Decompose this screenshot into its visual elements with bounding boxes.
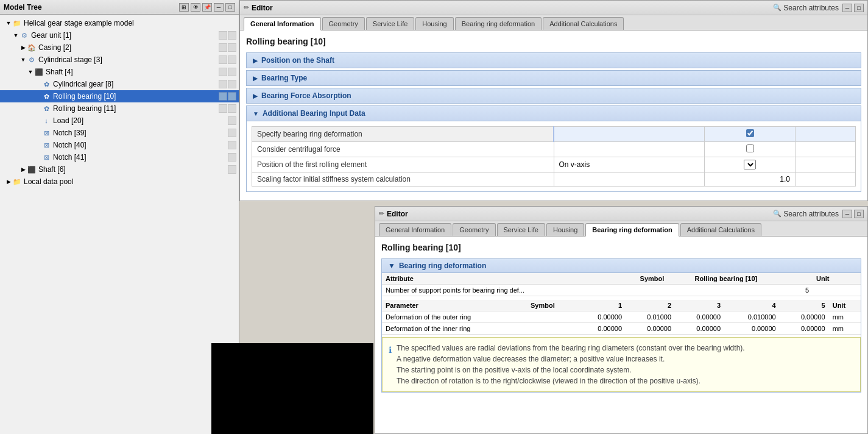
toggle-shaft4[interactable]: ▼ xyxy=(27,68,34,76)
tree-item-rolling11[interactable]: ▶ ✿ Rolling bearing [11] xyxy=(0,102,239,115)
checkbox-centrifugal[interactable] xyxy=(746,144,754,152)
tree-action-shaft4-1[interactable] xyxy=(219,68,227,76)
model-tree-eye-btn[interactable]: 👁 xyxy=(191,3,200,12)
select-first-rolling[interactable]: v xyxy=(744,160,756,169)
cell-outer-v4: 0.010000 xyxy=(724,311,780,323)
tree-item-cyl-gear8[interactable]: ▶ ✿ Cylindrical gear [8] xyxy=(0,78,239,90)
model-tree-panel: Model Tree ⊞ 👁 📌 ─ □ ▼ 📁 Helical gear st… xyxy=(0,0,239,434)
toggle-shaft6[interactable]: ▶ xyxy=(19,166,27,173)
toggle-local-data[interactable]: ▶ xyxy=(5,178,12,185)
checkbox-specify-bearing[interactable] xyxy=(746,129,754,137)
tree-item-load20[interactable]: ▶ ↓ Load [20] xyxy=(0,115,239,127)
tab-service-life-top[interactable]: Service Life xyxy=(366,17,414,30)
notch-icon-41: ⊠ xyxy=(41,152,51,162)
tab-general-info-top[interactable]: General Information xyxy=(244,17,321,30)
tab-housing-bottom[interactable]: Housing xyxy=(546,223,584,236)
tree-item-shaft4[interactable]: ▼ ⬛ Shaft [4] xyxy=(0,66,239,78)
tree-item-notch39[interactable]: ▶ ⊠ Notch [39] xyxy=(0,127,239,139)
tree-action-gear8-1[interactable] xyxy=(219,80,227,88)
editor-bottom-minimize[interactable]: ─ xyxy=(842,210,852,218)
tab-geometry-bottom[interactable]: Geometry xyxy=(453,223,495,236)
editor-bottom-tabs-bar: General Information Geometry Service Lif… xyxy=(375,221,867,237)
tree-action-rolling11-1[interactable] xyxy=(219,104,227,113)
info-box: ℹ The specified values are radial deviat… xyxy=(382,337,861,392)
section-bearing-force-header[interactable]: ▶ Bearing Force Absorption xyxy=(246,88,861,104)
tab-additional-calc-bottom[interactable]: Additional Calculations xyxy=(680,223,761,236)
tree-action-notch40[interactable] xyxy=(228,141,236,149)
tree-item-local-data[interactable]: ▶ 📁 Local data pool xyxy=(0,176,239,188)
toggle-casing[interactable]: ▶ xyxy=(19,44,27,51)
tree-action-load20[interactable] xyxy=(228,116,236,125)
toggle-helical[interactable]: ▼ xyxy=(5,20,12,27)
cell-scaling-empty xyxy=(554,173,705,187)
editor-top-titlebar: ✏ Editor 🔍 Search attributes ─ □ xyxy=(240,1,867,15)
model-tree-grid-btn[interactable]: ⊞ xyxy=(179,3,189,12)
search-label-top: Search attributes xyxy=(783,4,839,12)
tab-housing-top[interactable]: Housing xyxy=(415,17,453,30)
tree-item-gear-unit[interactable]: ▼ ⚙ Gear unit [1] xyxy=(0,29,239,41)
model-tree-pin-btn[interactable]: 📌 xyxy=(202,3,212,12)
tree-action-notch39[interactable] xyxy=(228,129,236,137)
section-position-label: Position on the Shaft xyxy=(261,56,334,65)
tree-item-rolling10[interactable]: ▶ ✿ Rolling bearing [10] xyxy=(0,90,239,102)
search-label-bottom: Search attributes xyxy=(783,210,839,218)
tree-action-rolling10-2[interactable] xyxy=(228,92,236,101)
tree-action-shaft6[interactable] xyxy=(228,165,236,174)
cell-centrifugal-checkbox[interactable] xyxy=(705,142,796,157)
toggle-cyl-stage[interactable]: ▼ xyxy=(19,56,27,63)
param-col-symbol: Symbol xyxy=(527,300,576,311)
label-first-rolling: Position of the first rolling element xyxy=(252,157,554,173)
search-area-top[interactable]: 🔍 Search attributes xyxy=(773,4,839,12)
tree-action-notch41[interactable] xyxy=(228,153,236,162)
black-box-overlay xyxy=(211,343,373,434)
section-position-header[interactable]: ▶ Position on the Shaft xyxy=(246,52,861,68)
tree-item-notch40[interactable]: ▶ ⊠ Notch [40] xyxy=(0,139,239,151)
tree-action-casing[interactable] xyxy=(219,43,227,52)
tree-item-notch41[interactable]: ▶ ⊠ Notch [41] xyxy=(0,151,239,163)
cell-first-rolling-dropdown[interactable]: v xyxy=(705,157,796,173)
tree-item-helical[interactable]: ▼ 📁 Helical gear stage example model xyxy=(0,17,239,29)
tree-action-1[interactable] xyxy=(219,31,227,40)
toggle-gear-unit[interactable]: ▼ xyxy=(12,32,19,39)
section-additional-input-header[interactable]: ▼ Additional Bearing Input Data xyxy=(246,105,861,121)
tree-action-rolling11-2[interactable] xyxy=(228,104,236,113)
tree-item-shaft6[interactable]: ▶ ⬛ Shaft [6] xyxy=(0,163,239,176)
cell-specify-checkbox[interactable] xyxy=(705,127,796,142)
tree-item-cyl-stage[interactable]: ▼ ⚙ Cylindrical stage [3] xyxy=(0,54,239,66)
editor-top-maximize[interactable]: □ xyxy=(854,4,864,12)
tab-bearing-ring-def-bottom[interactable]: Bearing ring deformation xyxy=(585,223,679,237)
tree-action-stage2[interactable] xyxy=(228,55,236,64)
brd-section-header[interactable]: ▼ Bearing ring deformation xyxy=(381,258,861,273)
tree-action-casing2[interactable] xyxy=(228,43,236,52)
col-symbol: Symbol xyxy=(637,273,691,285)
tab-additional-calc-top[interactable]: Additional Calculations xyxy=(543,17,624,30)
section-bearing-type-header[interactable]: ▶ Bearing Type xyxy=(246,70,861,86)
tab-geometry-top[interactable]: Geometry xyxy=(322,17,365,30)
col-unit: Unit xyxy=(813,273,848,285)
cell-outer-v3: 0.00000 xyxy=(675,311,724,323)
tab-bearing-ring-def-top[interactable]: Bearing ring deformation xyxy=(455,17,542,30)
tree-action-stage1[interactable] xyxy=(219,55,227,64)
tab-general-info-bottom[interactable]: General Information xyxy=(379,223,451,236)
tree-action-2[interactable] xyxy=(228,31,236,40)
editor-bottom-content: Rolling bearing [10] ▼ Bearing ring defo… xyxy=(375,237,867,433)
cell-specify-right xyxy=(795,127,855,142)
param-header-row: Parameter Symbol 1 2 3 4 5 Unit xyxy=(382,300,861,311)
cell-inner-v2: 0.00000 xyxy=(626,323,675,335)
tree-action-gear8-2[interactable] xyxy=(228,80,236,88)
tab-service-life-bottom[interactable]: Service Life xyxy=(497,223,545,236)
tree-content: ▼ 📁 Helical gear stage example model ▼ ⚙… xyxy=(0,15,239,434)
cell-outer-ring-label: Deformation of the outer ring xyxy=(382,311,527,323)
section-bearing-type-label: Bearing Type xyxy=(261,74,307,82)
cell-centrifugal-right xyxy=(795,142,855,157)
brd-param-table: Parameter Symbol 1 2 3 4 5 Unit Deformat xyxy=(382,300,861,335)
editor-top-minimize[interactable]: ─ xyxy=(842,4,852,12)
search-area-bottom[interactable]: 🔍 Search attributes xyxy=(773,210,839,218)
info-text: The specified values are radial deviatio… xyxy=(397,343,745,386)
model-tree-maximize-btn[interactable]: □ xyxy=(225,3,235,12)
model-tree-minimize-btn[interactable]: ─ xyxy=(214,3,224,12)
tree-item-casing[interactable]: ▶ 🏠 Casing [2] xyxy=(0,41,239,54)
editor-bottom-maximize[interactable]: □ xyxy=(854,210,864,218)
tree-action-shaft4-2[interactable] xyxy=(228,68,236,76)
tree-action-rolling10-1[interactable] xyxy=(219,92,227,101)
